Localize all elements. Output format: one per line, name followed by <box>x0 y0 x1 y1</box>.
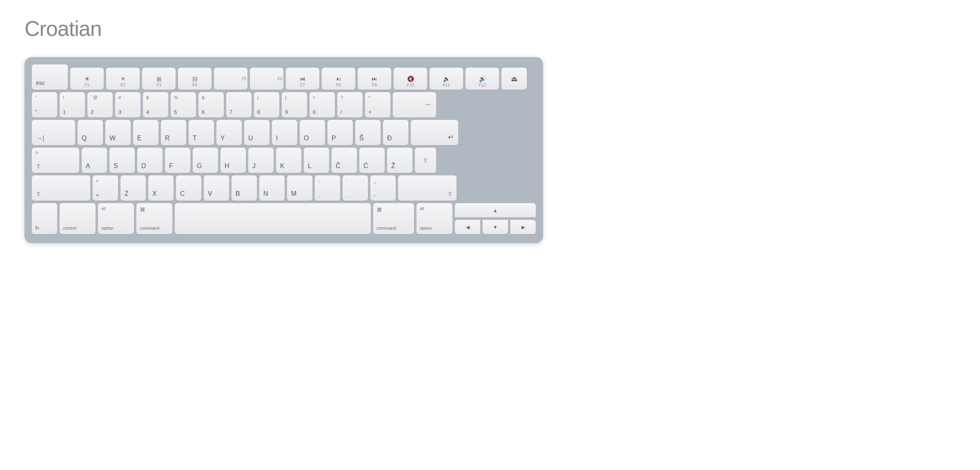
key-fn[interactable]: fn <box>32 203 57 234</box>
key-backtick[interactable]: " " <box>32 92 57 118</box>
key-1[interactable]: ! 1 <box>60 92 85 118</box>
key-tab[interactable]: →| <box>32 120 75 145</box>
key-9[interactable]: ) 9 <box>282 92 307 118</box>
key-f9[interactable]: ⏭ F9 <box>358 68 391 90</box>
keyboard: esc ☀ F1 ☀ F2 ⊞ F3 ⊟ F4 F5 F6 ⏮ F7 ⏯ <box>24 57 543 243</box>
key-f6[interactable]: F6 <box>250 68 283 90</box>
key-comma[interactable]: ; , <box>315 175 340 201</box>
key-equal[interactable]: * + <box>365 92 390 118</box>
key-l[interactable]: L <box>304 148 329 173</box>
key-space[interactable] <box>175 203 371 234</box>
key-minus[interactable]: ? / <box>337 92 363 118</box>
function-row: esc ☀ F1 ☀ F2 ⊞ F3 ⊟ F4 F5 F6 ⏮ F7 ⏯ <box>32 64 536 90</box>
key-k[interactable]: K <box>276 148 301 173</box>
key-h[interactable]: H <box>220 148 246 173</box>
key-f4[interactable]: ⊟ F4 <box>178 68 212 90</box>
key-f7[interactable]: ⏮ F7 <box>286 68 319 90</box>
key-7[interactable]: ' 7 <box>226 92 252 118</box>
key-z[interactable]: Z <box>120 175 146 201</box>
key-rbracket[interactable]: Đ <box>383 120 408 145</box>
key-m[interactable]: M <box>287 175 312 201</box>
key-z-extra[interactable]: > < <box>93 175 118 201</box>
key-f11[interactable]: 🔉 F11 <box>430 68 463 90</box>
key-f10[interactable]: 🔇 F10 <box>394 68 427 90</box>
key-8[interactable]: ( 8 <box>254 92 279 118</box>
key-arrow-right[interactable]: ▶ <box>510 220 536 234</box>
key-b[interactable]: B <box>232 175 257 201</box>
qwerty-row: →| Q W E R T Y U I O P Š Đ ↵ <box>32 120 536 145</box>
zxcv-row: ⇧ > < Z X C V B N M ; , : . _ - ⇧ <box>32 175 536 201</box>
key-v[interactable]: V <box>204 175 229 201</box>
key-shift-right[interactable]: ⇧ <box>398 175 457 201</box>
key-shift-right-small[interactable]: ⇧ <box>415 148 436 173</box>
key-j[interactable]: J <box>248 148 274 173</box>
page-title: Croatian <box>24 16 102 41</box>
key-t[interactable]: T <box>189 120 214 145</box>
key-r[interactable]: R <box>161 120 186 145</box>
key-4[interactable]: $ 4 <box>143 92 168 118</box>
key-arrow-down[interactable]: ▼ <box>483 220 508 234</box>
key-2[interactable]: " @ 2 <box>87 92 113 118</box>
key-o[interactable]: O <box>300 120 325 145</box>
number-row: " " ! 1 " @ 2 # 3 $ 4 % 5 & 6 ' 7 <box>32 92 536 118</box>
key-cmd-left[interactable]: ⌘ command <box>136 203 172 234</box>
key-n[interactable]: N <box>259 175 285 201</box>
key-p[interactable]: P <box>327 120 353 145</box>
key-backslash[interactable]: Ž <box>387 148 412 173</box>
key-lbracket[interactable]: Š <box>355 120 381 145</box>
key-i[interactable]: I <box>272 120 297 145</box>
key-cmd-right[interactable]: ⌘ command <box>373 203 414 234</box>
key-f3[interactable]: ⊞ F3 <box>142 68 176 90</box>
key-f2[interactable]: ☀ F2 <box>106 68 140 90</box>
key-f[interactable]: F _ <box>165 148 190 173</box>
key-f1[interactable]: ☀ F1 <box>70 68 104 90</box>
key-w[interactable]: W <box>105 120 131 145</box>
key-slash[interactable]: _ - <box>370 175 396 201</box>
key-a[interactable]: A <box>82 148 107 173</box>
key-eject[interactable]: ⏏ <box>501 68 527 90</box>
key-3[interactable]: # 3 <box>115 92 140 118</box>
key-alt-left[interactable]: alt option <box>98 203 134 234</box>
key-e[interactable]: E <box>133 120 158 145</box>
key-shift-left[interactable]: ⇧ <box>32 175 90 201</box>
key-return[interactable]: ↵ <box>411 120 458 145</box>
key-period[interactable]: : . <box>343 175 368 201</box>
key-g[interactable]: G <box>193 148 218 173</box>
key-0[interactable]: = 0 <box>310 92 335 118</box>
bottom-row: fn control alt option ⌘ command ⌘ comman… <box>32 203 536 234</box>
key-delete[interactable]: ← <box>393 92 436 118</box>
key-esc[interactable]: esc <box>32 64 68 90</box>
key-arrow-left[interactable]: ◀ <box>455 220 480 234</box>
key-5[interactable]: % 5 <box>171 92 196 118</box>
key-d[interactable]: D _ <box>137 148 163 173</box>
key-caps-lock[interactable]: ⇧ <box>32 148 79 173</box>
key-control[interactable]: control <box>60 203 96 234</box>
key-semicolon[interactable]: Č <box>332 148 357 173</box>
key-u[interactable]: U <box>244 120 270 145</box>
arrow-keys: ▲ ◀ ▼ ▶ <box>455 203 536 234</box>
key-6[interactable]: & 6 <box>198 92 224 118</box>
key-q[interactable]: Q <box>78 120 103 145</box>
key-f12[interactable]: 🔊 F12 <box>466 68 499 90</box>
key-y[interactable]: Y <box>216 120 242 145</box>
key-x[interactable]: X <box>148 175 174 201</box>
key-arrow-up[interactable]: ▲ <box>455 203 536 217</box>
key-s[interactable]: S <box>109 148 135 173</box>
key-c[interactable]: C <box>176 175 201 201</box>
key-quote[interactable]: Ć <box>359 148 385 173</box>
key-f5[interactable]: F5 <box>214 68 247 90</box>
asdf-row: ⇧ A S D _ F _ G H J K L Č Ć Ž ⇧ <box>32 148 536 173</box>
key-alt-right[interactable]: alt option <box>416 203 452 234</box>
key-f8[interactable]: ⏯ F8 <box>322 68 355 90</box>
